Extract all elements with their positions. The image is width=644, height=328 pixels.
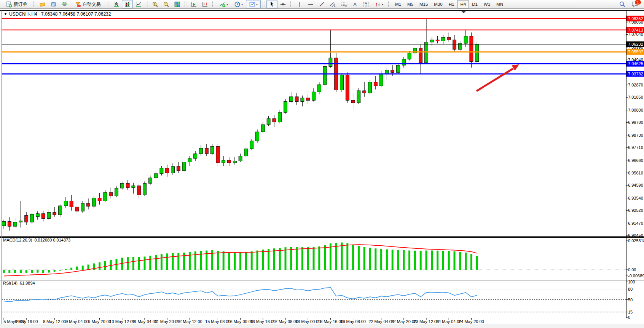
vertical-line-button[interactable] (294, 0, 305, 8)
auto-scroll-button[interactable] (188, 0, 199, 8)
macd-histogram-bar (144, 256, 146, 270)
search-button[interactable] (617, 0, 628, 8)
macd-histogram-bar (251, 251, 253, 270)
arrows-tool-button[interactable]: ▾ (371, 0, 386, 8)
line-chart-button[interactable] (133, 0, 144, 8)
zoom-in-button[interactable] (150, 0, 161, 8)
fibonacci-button[interactable]: F (338, 0, 349, 8)
trend-arrow[interactable] (477, 64, 519, 91)
auto-scroll-icon (191, 1, 197, 8)
candle-bull (81, 203, 84, 211)
time-label: 18 May 16:00 (318, 319, 343, 324)
macd-histogram-bar (166, 253, 168, 270)
auto-trading-button[interactable]: 自动交易 (70, 0, 105, 8)
data-window-button[interactable] (48, 0, 59, 8)
cursor-button[interactable] (266, 0, 277, 8)
candlestick-chart-button[interactable] (122, 0, 133, 8)
macd-histogram-bar (313, 247, 315, 270)
trendline-icon (319, 1, 325, 8)
text-tool-button[interactable]: A (349, 0, 360, 8)
indicators-icon (219, 1, 226, 8)
crosshair-button[interactable] (277, 0, 289, 8)
chart-shift-button[interactable] (199, 0, 210, 8)
timeframe-m30-button[interactable]: M30 (431, 0, 445, 8)
vertical-line-icon (296, 1, 303, 8)
toolbar-group-order: 新订单 (2, 0, 31, 8)
arrows-tool-icon (375, 1, 381, 8)
macd-histogram-bar (318, 246, 320, 270)
auto-trading-icon (75, 1, 81, 8)
candle-bear (273, 118, 276, 122)
trend-arrow-shaft[interactable] (477, 69, 513, 91)
indicators-button[interactable]: ▾ (216, 0, 231, 8)
timeframe-m5-button[interactable]: M5 (404, 0, 416, 8)
notifications-button[interactable]: 1 (629, 0, 640, 8)
candle-bear (363, 91, 366, 93)
periods-button[interactable]: ▾ (231, 0, 246, 8)
macd-histogram-bar (54, 270, 56, 272)
price-tags: 7.083527.074137.062327.055977.046257.037… (626, 16, 644, 77)
candle-bull (92, 198, 96, 206)
macd-histogram-bar (132, 257, 134, 270)
new-order-button[interactable]: 新订单 (2, 0, 31, 8)
candle-bull (278, 112, 282, 122)
timeframe-mn-button[interactable]: MN (493, 0, 506, 8)
time-label: 23 May 12:00 (414, 319, 439, 324)
navigator-button[interactable] (59, 0, 70, 8)
time-label: 17 May 08:00 (273, 319, 298, 324)
candle-bear (436, 40, 439, 41)
svg-text:T: T (365, 2, 367, 6)
candle-bull (430, 40, 434, 42)
time-axis[interactable]: 5 May 20235 May 16:008 May 12:009 May 04… (3, 318, 484, 324)
timeframe-h1-button[interactable]: H1 (446, 0, 457, 8)
toolbar: 新订单 自动交易 (0, 0, 644, 9)
timeframe-w1-button[interactable]: W1 (481, 0, 493, 8)
search-icon (619, 1, 626, 8)
collapse-arrow-icon[interactable]: ▼ (4, 12, 7, 16)
timeframe-h4-button[interactable]: H4 (457, 0, 469, 8)
candle-bear (453, 40, 456, 49)
macd-title: MACD(12,26,9)0.012080 0.014373 (3, 238, 73, 242)
macd-histogram-bar (217, 251, 219, 270)
macd-histogram-bar (352, 245, 354, 270)
trendline-button[interactable] (316, 0, 327, 8)
macd-histogram-bar (82, 266, 84, 270)
templates-button[interactable]: ▾ (246, 0, 261, 8)
macd-histogram-bar (273, 248, 275, 270)
candle-bull (239, 156, 242, 161)
price-tag-label: 7.03782 (628, 72, 643, 76)
rsi-axis-label: 80 (628, 287, 633, 291)
svg-text:E: E (334, 5, 335, 7)
timeframe-d1-button[interactable]: D1 (469, 0, 481, 8)
candle-bull (115, 188, 118, 196)
chart-shift-marker[interactable] (461, 11, 466, 13)
bar-chart-button[interactable] (111, 0, 122, 8)
candlestick-series (2, 19, 479, 231)
rsi-axis-label: 100 (628, 280, 635, 284)
chart-canvas[interactable]: 7.080607.070407.059907.049407.028707.018… (0, 0, 644, 328)
horizontal-line-button[interactable] (305, 0, 316, 8)
macd-histogram-bar (397, 250, 399, 270)
candle-bull (233, 161, 236, 163)
macd-histogram-bar (3, 270, 5, 273)
macd-histogram-bar (110, 260, 112, 270)
candle-bull (2, 221, 6, 226)
price-tick-label: 6.96660 (628, 158, 643, 163)
label-tool-button[interactable]: T (360, 0, 371, 8)
candle-bull (171, 166, 175, 173)
macd-pane: 0.0253180.00-0.006894 (2, 238, 644, 278)
toolbar-group-objects: E F A T ▾ (294, 0, 386, 8)
zoom-out-button[interactable] (161, 0, 172, 8)
candle-bull (284, 102, 287, 113)
price-tag-label: 7.08352 (628, 16, 643, 21)
rsi-axis-label: 15 (628, 310, 633, 314)
new-order-icon (6, 1, 12, 8)
price-tick-label: 6.98730 (628, 133, 643, 138)
candle-bear (25, 216, 28, 222)
channel-button[interactable]: E (327, 0, 338, 8)
price-tag-label: 7.05597 (628, 50, 643, 54)
market-watch-button[interactable] (37, 0, 48, 8)
tile-windows-button[interactable] (172, 0, 183, 8)
timeframe-m1-button[interactable]: M1 (392, 0, 404, 8)
timeframe-m15-button[interactable]: M15 (416, 0, 431, 8)
